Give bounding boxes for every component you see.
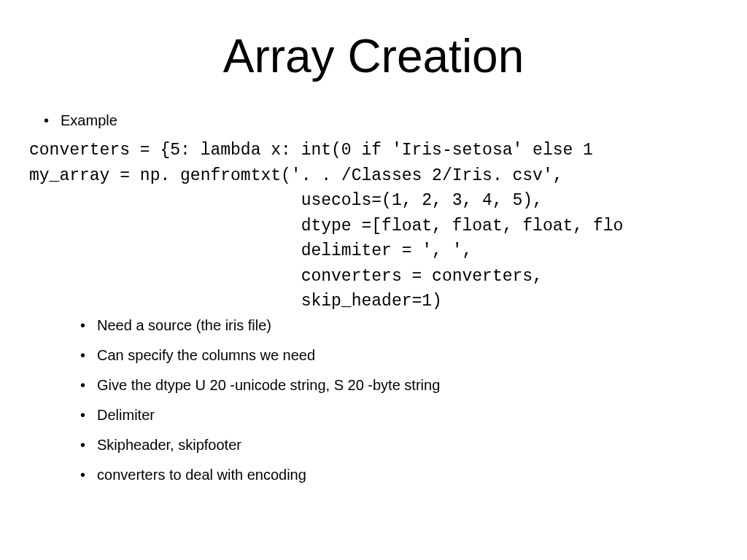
inner-bullet-3: Delimiter	[80, 407, 703, 424]
inner-bullet-text: Delimiter	[97, 407, 155, 424]
inner-bullet-0: Need a source (the iris file)	[80, 317, 703, 334]
inner-bullet-5: converters to deal with encoding	[80, 467, 703, 483]
inner-bullet-text: Skipheader, skipfooter	[97, 437, 241, 454]
inner-bullet-text: Give the dtype U 20 -unicode string, S 2…	[97, 377, 440, 394]
inner-bullet-2: Give the dtype U 20 -unicode string, S 2…	[80, 377, 703, 394]
outer-list: Example	[44, 112, 703, 129]
inner-bullet-text: Can specify the columns we need	[97, 347, 315, 364]
slide-title: Array Creation	[44, 29, 703, 83]
inner-list: Need a source (the iris file) Can specif…	[80, 317, 703, 483]
inner-bullet-text: Need a source (the iris file)	[97, 317, 271, 334]
inner-bullet-text: converters to deal with encoding	[97, 467, 306, 483]
inner-bullet-1: Can specify the columns we need	[80, 347, 703, 364]
inner-bullet-4: Skipheader, skipfooter	[80, 437, 703, 454]
code-block: converters = {5: lambda x: int(0 if 'Iri…	[29, 138, 703, 314]
example-label: Example	[44, 112, 703, 129]
example-label-text: Example	[61, 112, 117, 129]
